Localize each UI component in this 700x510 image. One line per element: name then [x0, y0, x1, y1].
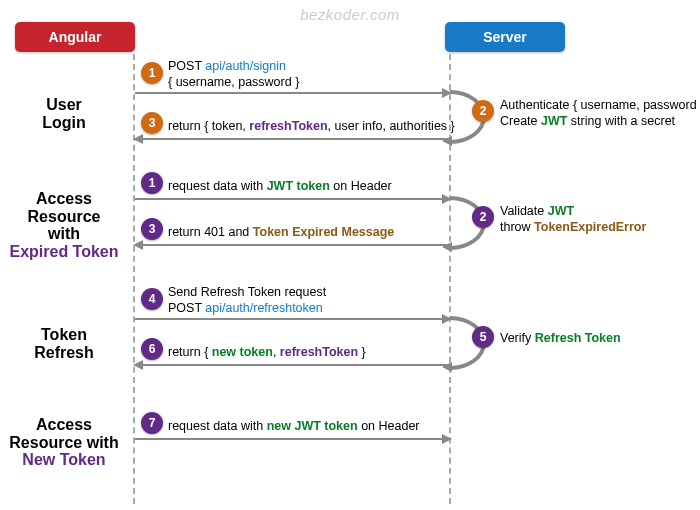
watermark: bezkoder.com [0, 6, 700, 23]
msg-expired-1: request data with JWT token on Header [168, 178, 392, 194]
text: request data with [168, 179, 267, 193]
text: refreshToken [280, 345, 358, 359]
text: TokenExpiredError [534, 220, 646, 234]
msg-refresh-6: return { new token, refreshToken } [168, 344, 366, 360]
text: Send Refresh Token request [168, 285, 326, 299]
text: POST [168, 301, 205, 315]
text: JWT [541, 114, 567, 128]
text: Authenticate { username, password } [500, 98, 700, 112]
text: Resource [28, 208, 101, 225]
arrow-left [135, 364, 450, 366]
msg-login-2: Authenticate { username, password } Crea… [500, 97, 700, 130]
lifeline-angular [133, 54, 135, 504]
step-badge-1: 1 [141, 62, 163, 84]
section-title-newtoken: Access Resource with New Token [0, 416, 128, 469]
text: Access [36, 416, 92, 433]
arrow-right [135, 438, 450, 440]
text: return { token, [168, 119, 249, 133]
section-title-login: User Login [0, 96, 128, 131]
text: POST [168, 59, 205, 73]
step-badge-7: 7 [141, 412, 163, 434]
arrow-right [135, 198, 450, 200]
msg-login-3: return { token, refreshToken, user info,… [168, 118, 455, 134]
text: , [273, 345, 280, 359]
msg-newtok-7: request data with new JWT token on Heade… [168, 418, 420, 434]
text: , user info, authorities } [328, 119, 455, 133]
step-badge-1b: 1 [141, 172, 163, 194]
text: Refresh [34, 344, 94, 361]
text: return 401 and [168, 225, 253, 239]
arrow-left [135, 244, 450, 246]
text: api/auth/refreshtoken [205, 301, 322, 315]
text: on Header [358, 419, 420, 433]
section-title-expired: Access Resource with Expired Token [0, 190, 128, 260]
text: Expired Token [0, 243, 128, 261]
participant-server: Server [445, 22, 565, 52]
arrow-right [135, 318, 450, 320]
msg-expired-3: return 401 and Token Expired Message [168, 224, 394, 240]
text: api/auth/signin [205, 59, 286, 73]
step-badge-5: 5 [472, 326, 494, 348]
text: Verify [500, 331, 535, 345]
text: } [358, 345, 366, 359]
msg-refresh-4: Send Refresh Token request POST api/auth… [168, 284, 326, 317]
text: User [46, 96, 82, 113]
msg-login-1: POST api/auth/signin { username, passwor… [168, 58, 299, 91]
step-badge-6: 6 [141, 338, 163, 360]
text: request data with [168, 419, 267, 433]
section-title-refresh: Token Refresh [0, 326, 128, 361]
text: new token [212, 345, 273, 359]
text: new JWT token [267, 419, 358, 433]
arrow-right [135, 92, 450, 94]
text: New Token [0, 451, 128, 469]
text: Login [42, 114, 86, 131]
text: with [48, 225, 80, 242]
text: on Header [330, 179, 392, 193]
text: { username, password } [168, 75, 299, 89]
step-badge-3: 3 [141, 112, 163, 134]
text: JWT [548, 204, 574, 218]
step-badge-2b: 2 [472, 206, 494, 228]
text: return { [168, 345, 212, 359]
msg-expired-2: Validate JWT throw TokenExpiredError [500, 203, 646, 236]
msg-refresh-5: Verify Refresh Token [500, 330, 621, 346]
step-badge-3b: 3 [141, 218, 163, 240]
text: Create [500, 114, 541, 128]
text: Refresh Token [535, 331, 621, 345]
text: Validate [500, 204, 548, 218]
text: throw [500, 220, 534, 234]
text: string with a secret [567, 114, 675, 128]
text: Access [36, 190, 92, 207]
arrow-left [135, 138, 450, 140]
step-badge-2: 2 [472, 100, 494, 122]
text: Resource with [9, 434, 118, 451]
text: JWT token [267, 179, 330, 193]
step-badge-4: 4 [141, 288, 163, 310]
participant-angular: Angular [15, 22, 135, 52]
text: refreshToken [249, 119, 327, 133]
sequence-diagram: bezkoder.com Angular Server User Login P… [0, 0, 700, 510]
text: Token [41, 326, 87, 343]
text: Token Expired Message [253, 225, 395, 239]
